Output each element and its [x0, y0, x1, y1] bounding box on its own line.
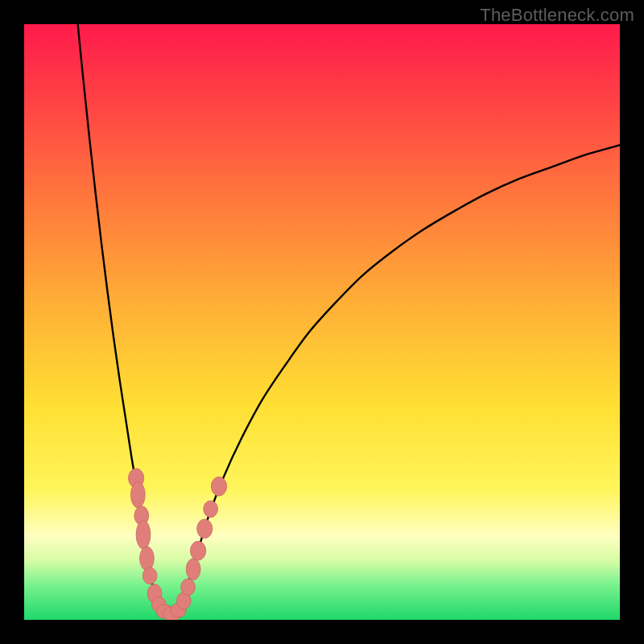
plot-area — [24, 24, 620, 620]
data-marker — [136, 520, 151, 549]
data-marker — [204, 501, 218, 518]
chart-frame: TheBottleneck.com — [0, 0, 644, 644]
data-marker — [181, 579, 196, 596]
data-marker — [130, 481, 145, 508]
heat-gradient — [24, 24, 620, 620]
data-marker — [142, 568, 157, 584]
data-marker — [197, 519, 213, 539]
chart-svg — [24, 24, 620, 620]
data-marker — [140, 547, 155, 571]
data-marker — [211, 477, 226, 496]
data-marker — [186, 559, 200, 580]
data-marker — [190, 541, 205, 560]
watermark-text: TheBottleneck.com — [480, 5, 634, 26]
